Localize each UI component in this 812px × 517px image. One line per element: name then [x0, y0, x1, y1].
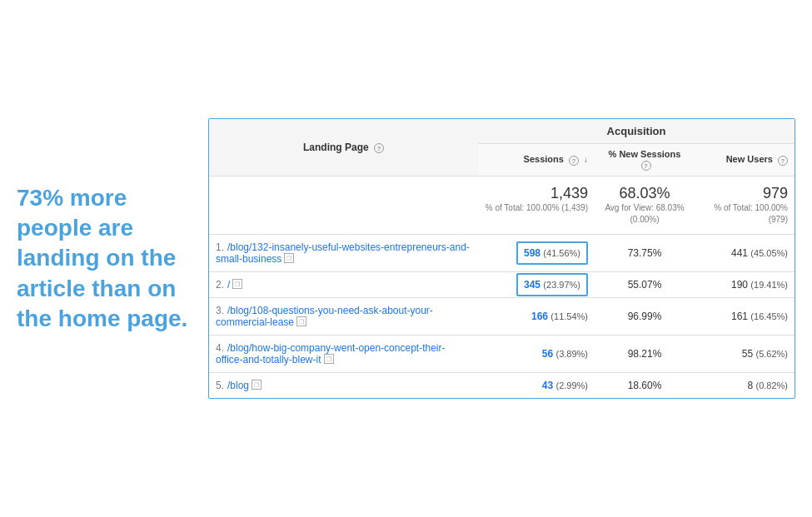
totals-new-sessions-sub: Avg for View: 68.03% (0.00%): [601, 202, 688, 226]
new-users-header[interactable]: New Users ?: [695, 144, 795, 176]
new-users-cell: 55 (5.62%): [695, 335, 795, 372]
new-users-cell: 8 (0.82%): [695, 372, 795, 398]
landing-page-header: Landing Page ?: [209, 119, 478, 176]
external-link-icon[interactable]: ❐: [284, 253, 294, 263]
new-sessions-value: 73.75%: [628, 247, 662, 259]
left-text-block: 73% more people are landing on the artic…: [17, 183, 208, 335]
row-number: 1.: [216, 241, 224, 253]
landing-page-label: Landing Page: [303, 142, 369, 153]
sessions-cell: 345 (23.97%): [478, 271, 595, 297]
sessions-cell: 598 (41.56%): [478, 234, 595, 271]
new-users-cell: 161 (16.45%): [695, 297, 795, 335]
new-users-value: 8: [747, 380, 753, 391]
totals-sessions-sub: % of Total: 100.00% (1,439): [485, 202, 588, 214]
sessions-value: 56: [542, 348, 553, 360]
landing-page-cell: 4./blog/how-big-company-went-open-concep…: [209, 335, 478, 372]
landing-page-cell: 2./❐: [209, 271, 478, 297]
sessions-cell: 56 (3.89%): [478, 335, 595, 372]
row-number: 4.: [216, 342, 224, 354]
table-row: 1./blog/132-insanely-useful-websites-ent…: [209, 234, 795, 271]
new-sessions-cell: 73.75%: [595, 234, 695, 271]
acquisition-header: Acquisition: [478, 119, 795, 144]
left-text-content: 73% more people are landing on the artic…: [17, 185, 187, 332]
new-users-value: 161: [731, 311, 748, 322]
sessions-header[interactable]: Sessions ? ↓: [478, 144, 595, 176]
new-users-pct: (45.05%): [750, 248, 788, 258]
new-users-value: 55: [742, 348, 753, 360]
totals-new-users-cell: 979 % of Total: 100.00% (979): [695, 176, 795, 234]
sessions-value: 166: [531, 311, 548, 322]
new-sessions-help-icon[interactable]: ?: [641, 161, 651, 171]
external-link-icon[interactable]: ❐: [232, 279, 242, 289]
landing-page-help-icon[interactable]: ?: [374, 143, 384, 153]
new-sessions-value: 55.07%: [628, 279, 662, 291]
page-link[interactable]: /blog/108-questions-you-need-ask-about-y…: [216, 305, 433, 328]
sessions-cell: 43 (2.99%): [478, 372, 595, 398]
new-users-value: 190: [731, 279, 748, 291]
new-sessions-value: 98.21%: [628, 348, 662, 360]
new-users-pct: (19.41%): [750, 280, 788, 290]
external-link-icon[interactable]: ❐: [252, 380, 262, 390]
row-number: 2.: [216, 279, 224, 291]
row-number: 5.: [216, 380, 224, 391]
sessions-pct: (3.89%): [555, 349, 588, 359]
sessions-help-icon[interactable]: ?: [569, 156, 579, 166]
new-sessions-cell: 18.60%: [595, 372, 695, 398]
totals-row: 1,439 % of Total: 100.00% (1,439) 68.03%…: [209, 176, 795, 234]
highlighted-sessions: 345 (23.97%): [516, 273, 588, 296]
new-users-cell: 190 (19.41%): [695, 271, 795, 297]
new-users-pct: (5.62%): [755, 349, 788, 359]
page-link[interactable]: /: [227, 279, 230, 291]
totals-landing-cell: [209, 176, 478, 234]
totals-sessions-value: 1,439: [485, 185, 588, 202]
landing-page-cell: 1./blog/132-insanely-useful-websites-ent…: [209, 234, 478, 271]
external-link-icon[interactable]: ❐: [296, 316, 306, 326]
totals-sessions-cell: 1,439 % of Total: 100.00% (1,439): [478, 176, 595, 234]
totals-new-sessions-cell: 68.03% Avg for View: 68.03% (0.00%): [595, 176, 695, 234]
analytics-table-container: Landing Page ? Acquisition Sessions ? ↓: [208, 118, 795, 398]
page-link[interactable]: /blog: [227, 380, 249, 391]
row-number: 3.: [216, 305, 224, 316]
table-row: 2./❐345 (23.97%)55.07%190 (19.41%): [209, 271, 795, 297]
landing-page-cell: 3./blog/108-questions-you-need-ask-about…: [209, 297, 478, 335]
new-sessions-cell: 55.07%: [595, 271, 695, 297]
page-wrapper: 73% more people are landing on the artic…: [0, 0, 812, 517]
new-users-pct: (16.45%): [750, 311, 788, 321]
highlighted-sessions: 598 (41.56%): [516, 241, 588, 265]
totals-new-users-sub: % of Total: 100.00% (979): [701, 202, 788, 226]
new-sessions-cell: 98.21%: [595, 335, 695, 372]
table-row: 3./blog/108-questions-you-need-ask-about…: [209, 297, 795, 335]
sessions-pct: (11.54%): [550, 311, 588, 321]
table-row: 4./blog/how-big-company-went-open-concep…: [209, 335, 795, 372]
page-link[interactable]: /blog/132-insanely-useful-websites-entre…: [216, 241, 470, 265]
table-row: 5./blog❐43 (2.99%)18.60%8 (0.82%): [209, 372, 795, 398]
new-users-value: 441: [731, 247, 748, 259]
acquisition-header-row: Landing Page ? Acquisition: [209, 119, 795, 144]
new-users-pct: (0.82%): [755, 380, 788, 390]
analytics-table: Landing Page ? Acquisition Sessions ? ↓: [209, 119, 795, 397]
sessions-value: 43: [542, 380, 553, 391]
external-link-icon[interactable]: ❐: [324, 354, 334, 364]
new-sessions-value: 18.60%: [628, 380, 662, 391]
new-sessions-value: 96.99%: [628, 311, 662, 322]
landing-page-cell: 5./blog❐: [209, 372, 478, 398]
sessions-cell: 166 (11.54%): [478, 297, 595, 335]
totals-new-sessions-value: 68.03%: [601, 185, 688, 202]
sessions-sort-icon[interactable]: ↓: [584, 155, 588, 164]
new-sessions-header[interactable]: % New Sessions ?: [595, 144, 695, 176]
new-users-cell: 441 (45.05%): [695, 234, 795, 271]
new-users-help-icon[interactable]: ?: [778, 156, 788, 166]
new-sessions-cell: 96.99%: [595, 297, 695, 335]
sessions-pct: (2.99%): [555, 380, 588, 390]
totals-new-users-value: 979: [701, 185, 788, 202]
